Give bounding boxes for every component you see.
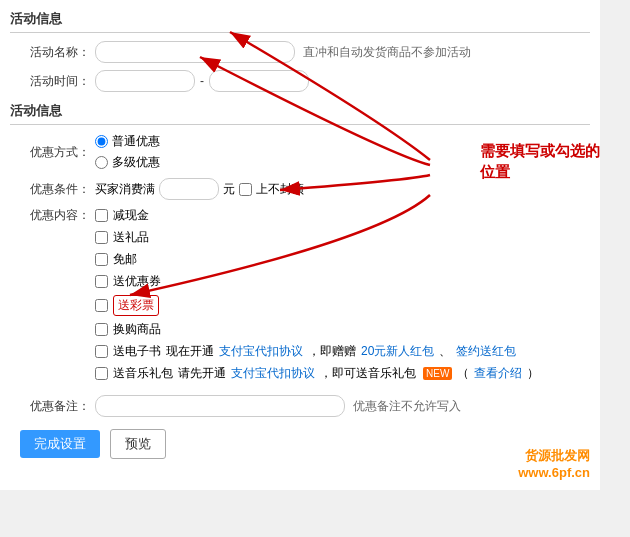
condition-unit: 元 [223,181,235,198]
paren-open: （ [457,365,469,382]
checkbox-row-cb8: 送音乐礼包 请先开通 支付宝代扣协议 ，即可送音乐礼包 NEW （ 查看介绍 ） [95,365,539,382]
condition-text1: 买家消费满 [95,181,155,198]
gift-text2: ，即赠赠 [308,343,356,360]
label-cb1: 减现金 [113,207,149,224]
label-cb5: 送彩票 [113,295,159,316]
discount-condition-label: 优惠条件： [20,181,90,198]
watermark-line2: www.6pf.cn [518,465,590,480]
discount-method-label: 优惠方式： [20,144,90,161]
checkbox-cb5[interactable] [95,299,108,312]
activity-time-end-input[interactable] [209,70,309,92]
discount-content-row: 优惠内容： 减现金 送礼品 免邮 [10,207,590,387]
checkbox-row-cb2: 送礼品 [95,229,539,246]
label-cb6: 换购商品 [113,321,161,338]
music-text1: 请先开通 [178,365,226,382]
checkbox-row-cb7: 送电子书 现在开通 支付宝代扣协议 ，即赠赠 20元新人红包 、 签约送红包 [95,343,539,360]
label-cb2: 送礼品 [113,229,149,246]
radio-normal-row: 普通优惠 [95,133,160,150]
checkbox-cb4[interactable] [95,275,108,288]
label-cb4: 送优惠券 [113,273,161,290]
activity-name-label: 活动名称： [20,44,90,61]
condition-amount-input[interactable] [159,178,219,200]
discount-method-group: 普通优惠 多级优惠 [95,133,160,171]
checkbox-row-cb6: 换购商品 [95,321,539,338]
sign-gift-link[interactable]: 签约送红包 [456,343,516,360]
condition-unlimited-label: 上不封顶 [256,181,304,198]
radio-normal[interactable] [95,135,108,148]
time-separator: - [200,74,204,88]
annotation-text: 需要填写或勾选的位置 [480,140,600,182]
checkbox-cb2[interactable] [95,231,108,244]
activity-time-label: 活动时间： [20,73,90,90]
condition-unlimited-checkbox[interactable] [239,183,252,196]
activity-name-row: 活动名称： 直冲和自动发货商品不参加活动 [10,41,590,63]
annotation-box: 需要填写或勾选的位置 [480,140,600,182]
label-cb7: 送电子书 [113,343,161,360]
separator1: 、 [439,343,451,360]
new-badge: NEW [423,367,452,380]
remarks-input[interactable] [95,395,345,417]
checkbox-cb6[interactable] [95,323,108,336]
preview-button[interactable]: 预览 [110,429,166,459]
paren-close: ） [527,365,539,382]
discount-content-label: 优惠内容： [20,207,90,224]
zhifubao-link1[interactable]: 支付宝代扣协议 [219,343,303,360]
label-cb8: 送音乐礼包 [113,365,173,382]
label-cb3: 免邮 [113,251,137,268]
remarks-row: 优惠备注： 优惠备注不允许写入 [10,395,590,417]
complete-button[interactable]: 完成设置 [20,430,100,458]
checkbox-row-cb1: 减现金 [95,207,539,224]
checkbox-row-cb3: 免邮 [95,251,539,268]
bottom-bar: 完成设置 预览 [10,429,590,459]
remarks-label: 优惠备注： [20,398,90,415]
activity-time-row: 活动时间： - [10,70,590,92]
watermark-line1: 货源批发网 [518,447,590,465]
discount-condition-content: 买家消费满 元 上不封顶 [95,178,304,200]
checkbox-row-cb4: 送优惠券 [95,273,539,290]
music-text2: ，即可送音乐礼包 [320,365,416,382]
section2-title: 活动信息 [10,102,590,125]
remarks-hint: 优惠备注不允许写入 [353,398,461,415]
radio-multi-label: 多级优惠 [112,154,160,171]
checkbox-cb3[interactable] [95,253,108,266]
activity-name-hint: 直冲和自动发货商品不参加活动 [303,44,471,61]
zhifubao-link2[interactable]: 支付宝代扣协议 [231,365,315,382]
new-user-red-packet-link[interactable]: 20元新人红包 [361,343,434,360]
checkbox-cb7[interactable] [95,345,108,358]
intro-link[interactable]: 查看介绍 [474,365,522,382]
radio-normal-label: 普通优惠 [112,133,160,150]
discount-content-checkboxes: 减现金 送礼品 免邮 送优惠券 [95,207,539,387]
checkbox-row-cb5: 送彩票 [95,295,539,316]
zhifubao-text1: 现在开通 [166,343,214,360]
radio-multi[interactable] [95,156,108,169]
radio-multi-row: 多级优惠 [95,154,160,171]
activity-time-start-input[interactable] [95,70,195,92]
checkbox-cb8[interactable] [95,367,108,380]
watermark: 货源批发网 www.6pf.cn [518,447,590,480]
checkbox-cb1[interactable] [95,209,108,222]
activity-name-input[interactable] [95,41,295,63]
section1-title: 活动信息 [10,10,590,33]
